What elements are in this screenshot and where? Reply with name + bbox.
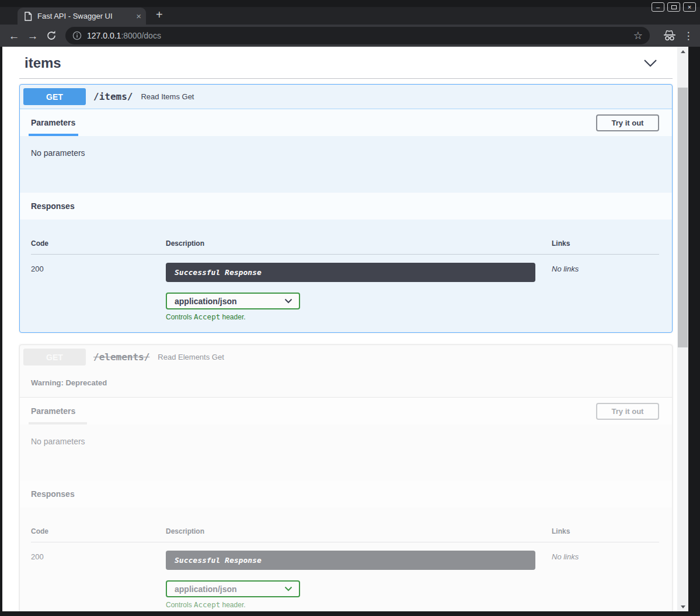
tab-close-icon[interactable]: × bbox=[136, 11, 141, 21]
accept-header-hint: Controls Accept header. bbox=[166, 600, 552, 609]
response-description-cell: Successful Response application/json Con… bbox=[166, 551, 552, 609]
browser-tab[interactable]: Fast API - Swagger UI × bbox=[18, 8, 146, 25]
opblock-get-elements-deprecated: GET /elements/ Read Elements Get Warning… bbox=[19, 344, 673, 611]
deprecated-summary-wrap: GET /elements/ Read Elements Get Warning… bbox=[20, 345, 672, 398]
vertical-scrollbar[interactable] bbox=[677, 47, 688, 611]
site-info-icon[interactable] bbox=[72, 31, 82, 40]
content-type-select[interactable]: application/json bbox=[166, 580, 300, 597]
hint-accept: Accept bbox=[194, 312, 220, 321]
hint-after: header. bbox=[220, 601, 245, 609]
response-description-bar: Successful Response bbox=[166, 263, 535, 282]
accept-header-hint: Controls Accept header. bbox=[166, 312, 552, 321]
incognito-icon bbox=[663, 30, 677, 41]
opblock-get-items: GET /items/ Read Items Get Parameters Tr… bbox=[19, 84, 673, 333]
responses-body: Code Description Links 200 Successful Re… bbox=[20, 220, 672, 332]
operation-summary-text: Read Items Get bbox=[141, 92, 194, 101]
operation-summary[interactable]: GET /items/ Read Items Get bbox=[20, 85, 672, 109]
responses-header: Responses bbox=[20, 193, 672, 220]
bookmark-star-icon[interactable]: ☆ bbox=[633, 30, 643, 41]
maximize-button[interactable] bbox=[667, 2, 680, 12]
window-controls: – × bbox=[652, 2, 696, 12]
back-icon[interactable]: ← bbox=[6, 30, 22, 41]
table-head-divider bbox=[31, 542, 659, 542]
parameters-tab[interactable]: Parameters bbox=[31, 406, 75, 416]
window-titlebar bbox=[0, 0, 700, 7]
tab-title: Fast API - Swagger UI bbox=[37, 12, 133, 20]
responses-header: Responses bbox=[20, 481, 672, 507]
description-column-header: Description bbox=[166, 239, 552, 248]
hint-before: Controls bbox=[166, 313, 194, 321]
parameters-body: No parameters bbox=[20, 136, 672, 193]
hint-accept: Accept bbox=[194, 600, 220, 609]
responses-table-head: Code Description Links bbox=[31, 527, 659, 535]
http-method-badge: GET bbox=[23, 349, 86, 366]
parameters-header: Parameters Try it out bbox=[20, 109, 672, 136]
content-type-select[interactable]: application/json bbox=[166, 293, 300, 309]
close-icon: × bbox=[688, 4, 691, 11]
select-chevron-down-icon bbox=[284, 298, 292, 304]
hint-after: header. bbox=[220, 313, 245, 321]
response-row: 200 Successful Response application/json bbox=[31, 263, 659, 321]
tag-divider bbox=[19, 78, 673, 79]
url-text: 127.0.0.1:8000/docs bbox=[87, 31, 161, 40]
no-parameters-text: No parameters bbox=[31, 437, 85, 446]
responses-title: Responses bbox=[31, 489, 75, 499]
parameters-header: Parameters Try it out bbox=[20, 398, 672, 424]
operation-path: /elements/ bbox=[93, 351, 149, 363]
try-it-out-button[interactable]: Try it out bbox=[596, 403, 659, 420]
content-type-value: application/json bbox=[175, 297, 237, 306]
browser-menu-icon[interactable]: ⋮ bbox=[682, 30, 694, 42]
operation-summary[interactable]: GET /elements/ Read Elements Get bbox=[20, 345, 672, 369]
url-bar[interactable]: 127.0.0.1:8000/docs ☆ bbox=[65, 27, 650, 44]
response-description-text: Successful Response bbox=[175, 556, 262, 565]
hint-before: Controls bbox=[166, 601, 194, 609]
tag-title: items bbox=[25, 55, 61, 71]
new-tab-button[interactable]: + bbox=[156, 8, 163, 22]
scrollbar-thumb[interactable] bbox=[678, 88, 688, 347]
forward-icon[interactable]: → bbox=[25, 30, 40, 41]
status-code: 200 bbox=[31, 551, 166, 609]
no-parameters-text: No parameters bbox=[31, 148, 85, 158]
page-favicon-icon bbox=[24, 12, 32, 21]
reload-icon[interactable] bbox=[46, 30, 57, 41]
links-column-header: Links bbox=[552, 527, 659, 535]
active-tab-underline bbox=[29, 134, 78, 136]
response-row: 200 Successful Response application/json bbox=[31, 551, 659, 609]
chevron-down-icon[interactable] bbox=[643, 59, 657, 67]
select-chevron-down-icon bbox=[284, 586, 292, 591]
table-head-divider bbox=[31, 254, 659, 255]
links-cell: No links bbox=[552, 551, 659, 609]
parameters-body: No parameters bbox=[20, 424, 672, 481]
browser-toolbar: ← → 127.0.0.1:8000/docs ☆ ⋮ bbox=[0, 25, 700, 47]
code-column-header: Code bbox=[31, 527, 166, 535]
tag-header[interactable]: items bbox=[2, 47, 677, 71]
try-it-out-button[interactable]: Try it out bbox=[596, 114, 659, 131]
links-cell: No links bbox=[552, 263, 659, 321]
url-host: 127.0.0.1 bbox=[87, 31, 121, 40]
content-area: items GET /items/ Read Items Get Paramet… bbox=[0, 47, 700, 611]
content-type-value: application/json bbox=[175, 584, 237, 594]
http-method-badge: GET bbox=[23, 88, 86, 105]
response-description-cell: Successful Response application/json Con… bbox=[166, 263, 552, 321]
response-description-text: Successful Response bbox=[175, 268, 262, 277]
description-column-header: Description bbox=[166, 527, 552, 535]
responses-body: Code Description Links 200 Successful Re… bbox=[20, 507, 672, 611]
response-description-bar: Successful Response bbox=[166, 551, 535, 570]
url-path: :8000/docs bbox=[121, 31, 161, 40]
code-column-header: Code bbox=[31, 239, 166, 248]
close-button[interactable]: × bbox=[683, 2, 696, 12]
operation-summary-text: Read Elements Get bbox=[158, 353, 224, 361]
minimize-button[interactable]: – bbox=[652, 2, 664, 12]
operation-path: /items/ bbox=[93, 91, 133, 102]
tab-bar: Fast API - Swagger UI × + bbox=[0, 7, 700, 25]
minimize-icon: – bbox=[656, 4, 660, 11]
active-tab-underline bbox=[29, 422, 87, 424]
scroll-down-arrow-icon[interactable] bbox=[677, 603, 688, 611]
browser-window: – × Fast API - Swagger UI × + ← → bbox=[0, 0, 700, 616]
scroll-up-arrow-icon[interactable] bbox=[677, 47, 688, 55]
deprecated-warning: Warning: Deprecated bbox=[20, 369, 672, 397]
responses-table-head: Code Description Links bbox=[31, 239, 659, 248]
swagger-page: items GET /items/ Read Items Get Paramet… bbox=[2, 47, 677, 611]
status-code: 200 bbox=[31, 263, 166, 321]
parameters-tab[interactable]: Parameters bbox=[31, 118, 75, 127]
